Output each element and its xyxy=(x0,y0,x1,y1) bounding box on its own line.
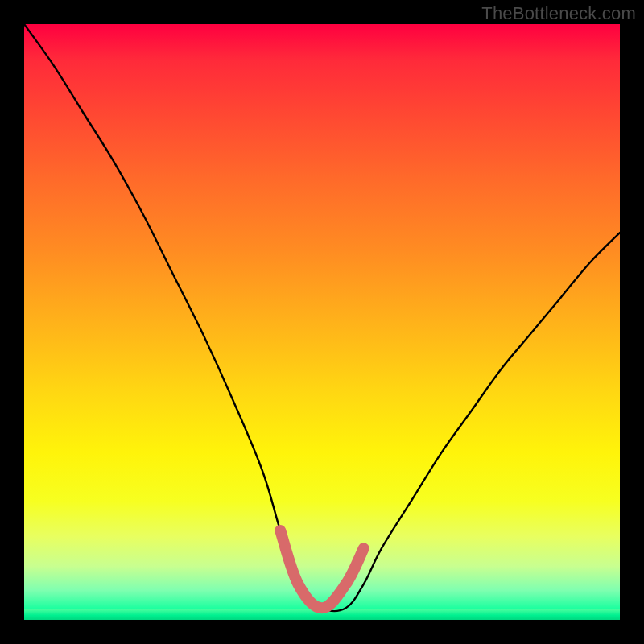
trough-highlight-line xyxy=(280,530,364,608)
chart-frame: TheBottleneck.com xyxy=(0,0,644,644)
watermark-text: TheBottleneck.com xyxy=(481,3,636,24)
bottleneck-curve-line xyxy=(24,24,620,611)
chart-svg xyxy=(24,24,620,620)
plot-area xyxy=(24,24,620,620)
